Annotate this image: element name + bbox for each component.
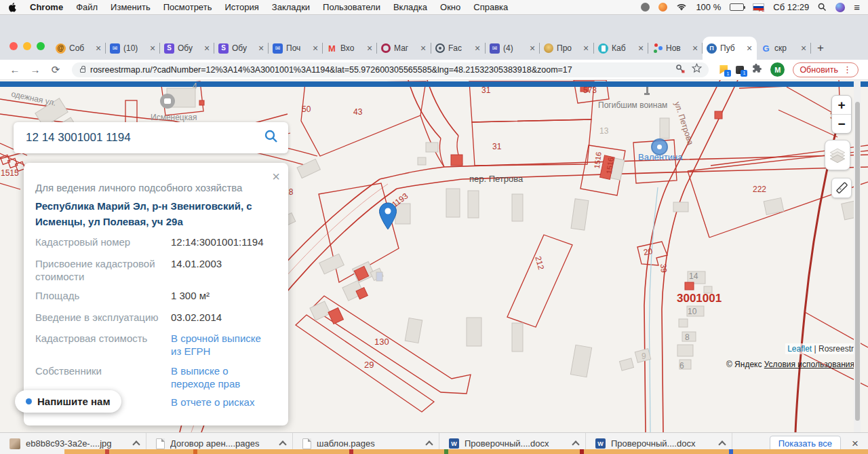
extension-cube-icon[interactable]: 1 [736,66,744,74]
menu-users[interactable]: Пользователи [323,2,380,12]
leaflet-link[interactable]: Leaflet [787,344,812,354]
pages-file-icon [156,438,165,449]
menu-help[interactable]: Справка [473,2,508,12]
forward-button[interactable]: → [27,64,43,75]
map-parcel-label: 43 [353,107,362,117]
menu-edit[interactable]: Изменить [111,2,151,12]
chevron-up-icon[interactable] [572,440,579,448]
close-window-button[interactable] [9,42,18,50]
tab-label: Про [557,43,580,53]
zoom-in-button[interactable]: + [832,96,851,115]
apple-icon[interactable] [8,2,17,12]
tab-sob[interactable]: @Соб× [52,37,106,60]
tab-gmail[interactable]: MВхо× [323,37,377,60]
menu-view[interactable]: Посмотреть [163,2,212,12]
chrome-menu-dots-icon[interactable]: ⋮ [843,64,852,75]
tab-inbox10[interactable]: ✉(10)× [106,37,160,60]
chevron-up-icon[interactable] [718,440,726,448]
egrn-extract-link[interactable]: В срочной выписке из ЕГРН [171,332,273,358]
wifi-icon[interactable] [676,3,687,12]
tab-obu-1[interactable]: SОбу× [160,37,214,60]
risk-report-link[interactable]: В отчете о рисках [171,396,273,409]
status-browser-icon[interactable] [658,3,667,12]
tab-nov[interactable]: Нов× [648,37,703,60]
chevron-up-icon[interactable] [425,440,433,448]
chat-dot-icon [26,398,32,404]
new-tab-button[interactable]: + [811,37,830,60]
contact-us-button[interactable]: Напишите нам [15,390,121,413]
password-key-icon[interactable] [675,64,685,76]
tab-close-icon[interactable]: × [475,43,480,53]
mail-envelope-icon: ✉ [110,43,120,54]
tab-close-icon[interactable]: × [801,43,806,53]
status-circle-icon[interactable] [641,3,650,12]
map-poi-label: Погибшим воинам [598,100,667,110]
tab-pub-active[interactable]: ППуб× [703,37,757,60]
scrollbar-thumb[interactable] [855,102,860,421]
panel-close-icon[interactable]: × [272,170,280,183]
map-pin-marker[interactable] [378,202,397,233]
ownership-transfer-link[interactable]: В выписке о переходе прав [171,364,252,390]
menu-history[interactable]: История [224,2,258,12]
downloads-close-icon[interactable]: × [852,437,859,451]
swirl-icon [435,43,445,53]
control-center-icon[interactable]: ≡ [854,2,860,12]
tab-kab[interactable]: Каб× [594,37,648,60]
rosreestr-icon: П [707,43,717,54]
tab-pro[interactable]: Про× [540,37,594,60]
yandex-copyright: © Яндекс [726,360,762,369]
spotlight-search-icon[interactable] [818,3,827,12]
tab-inbox4[interactable]: ✉(4)× [486,37,540,60]
layers-button[interactable] [825,140,850,170]
search-input[interactable] [26,131,264,145]
extensions-puzzle-icon[interactable] [752,63,762,76]
fullscreen-window-button[interactable] [37,42,45,50]
s-app-icon: S [164,43,174,54]
menubar-clock[interactable]: Сб 12:29 [773,2,809,12]
extension-flag-icon[interactable]: 1 [719,65,728,74]
tab-close-icon[interactable]: × [258,43,264,53]
row-value: 12:14:3001001:1194 [171,235,276,248]
chevron-up-icon[interactable] [132,440,140,448]
tab-close-icon[interactable]: × [204,43,210,53]
attribution-separator: | [814,344,816,354]
menu-tab[interactable]: Вкладка [393,2,427,12]
tab-close-icon[interactable]: × [96,43,101,53]
chevron-up-icon[interactable] [279,440,286,448]
tab-close-icon[interactable]: × [150,43,155,53]
profile-avatar[interactable]: M [770,62,785,77]
reload-button[interactable]: ⟳ [47,64,64,76]
address-bar[interactable]: rosreestrmap.ru/?cadNumber=12%3A14%3A300… [72,62,709,77]
download-filename: eb8b8c93-3a2e-....jpg [26,438,128,449]
tab-facebook[interactable]: Fac× [431,37,486,60]
tab-close-icon[interactable]: × [367,43,372,53]
search-icon[interactable] [264,129,279,147]
input-source-flag-icon[interactable]: РС [753,3,764,11]
tab-mag[interactable]: Маг× [377,37,431,60]
tab-google[interactable]: Gскр× [757,37,811,60]
back-button[interactable]: ← [7,64,23,75]
monument-icon [644,87,650,96]
menu-file[interactable]: Файл [76,2,98,12]
tab-close-icon[interactable]: × [420,43,426,53]
tab-pochta[interactable]: ✉Поч× [269,37,323,60]
zoom-out-button[interactable]: − [832,115,851,133]
tab-obu-2[interactable]: SОбу× [214,37,269,60]
bookmark-star-icon[interactable] [692,63,702,76]
terms-of-use-link[interactable]: Условия использования [764,360,854,369]
tab-close-icon[interactable]: × [692,43,698,53]
update-button[interactable]: Обновить⋮ [793,62,859,77]
tab-close-icon[interactable]: × [583,43,589,53]
menu-app-name[interactable]: Chrome [30,2,63,12]
tab-close-icon[interactable]: × [313,43,318,53]
panel-row: Кадастровая стоимостьВ срочной выписке и… [35,332,279,358]
menu-window[interactable]: Окно [440,2,460,12]
url-text[interactable]: rosreestrmap.ru/?cadNumber=12%3A14%3A300… [90,65,670,75]
siri-icon[interactable] [835,3,845,12]
tab-close-icon[interactable]: × [638,43,644,53]
tab-close-icon[interactable]: × [530,43,535,53]
tab-close-icon[interactable]: × [747,43,752,53]
minimize-window-button[interactable] [23,42,31,50]
menu-bookmarks[interactable]: Закладки [272,2,310,12]
measure-button[interactable] [831,178,852,198]
